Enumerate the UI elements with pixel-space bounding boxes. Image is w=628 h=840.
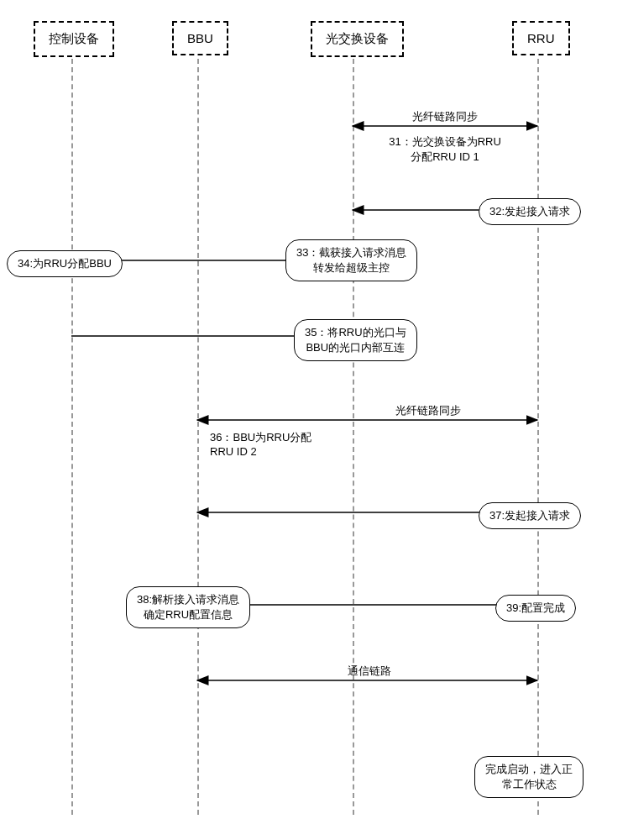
participant-control: 控制设备 [34,21,114,57]
label-commlink: 通信链路 [319,664,420,679]
participant-bbu: BBU [172,21,228,55]
lifeline-control [71,59,73,815]
sequence-arrows [0,0,628,840]
note-step37: 37:发起接入请求 [479,502,581,529]
label-sync1: 光纤链路同步 [386,109,504,124]
note-step35: 35：将RRU的光口与 BBU的光口内部互连 [294,319,417,361]
note-step34: 34:为RRU分配BBU [7,250,123,277]
label-step36: 36：BBU为RRU分配 RRU ID 2 [210,430,361,458]
note-step39: 39:配置完成 [495,595,576,622]
lifeline-bbu [197,59,199,815]
note-step32: 32:发起接入请求 [479,198,581,225]
label-step31: 31：光交换设备为RRU 分配RRU ID 1 [369,134,521,165]
note-step33: 33：截获接入请求消息 转发给超级主控 [285,239,417,281]
label-sync2: 光纤链路同步 [369,403,487,418]
participant-rru: RRU [512,21,570,55]
lifeline-rru [537,59,539,815]
note-final: 完成启动，进入正 常工作状态 [474,756,584,798]
participant-optical-switch: 光交换设备 [311,21,404,57]
note-step38: 38:解析接入请求消息 确定RRU配置信息 [126,586,250,628]
